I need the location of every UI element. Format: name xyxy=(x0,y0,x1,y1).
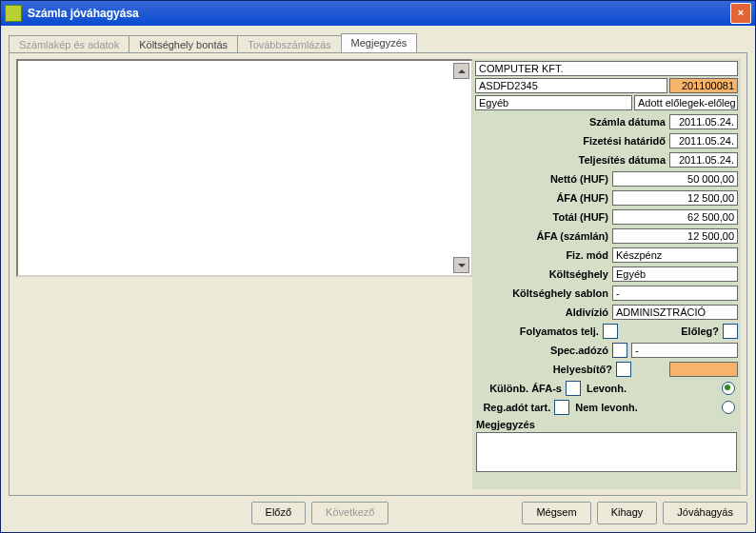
jovahagyas-button[interactable]: Jóváhagyás xyxy=(663,502,747,524)
lbl-folyamatos: Folyamatos telj. xyxy=(472,326,603,337)
tab-panel: COMPUTER KFT. ASDFD2345 201100081 Egyéb … xyxy=(9,52,747,496)
lbl-total: Totál (HUF) xyxy=(472,211,612,223)
val-teljesites-datuma: 2011.05.24. xyxy=(669,152,738,168)
val-afa: 12 500,00 xyxy=(612,190,738,206)
ref-field: ASDFD2345 xyxy=(475,78,667,93)
val-fiz-mod: Készpénz xyxy=(612,247,738,263)
lbl-fiz-mod: Fiz. mód xyxy=(472,249,612,261)
val-koltseghely: Egyéb xyxy=(612,266,738,282)
lbl-levonh: Levonh. xyxy=(581,383,632,394)
lbl-helyesbito: Helyesbítő? xyxy=(472,364,616,375)
lbl-aldivizio: Aldivízió xyxy=(472,306,612,318)
tab-megjegyzes[interactable]: Megjegyzés xyxy=(341,33,418,52)
chk-spec-adozo[interactable] xyxy=(612,343,627,358)
elozo-button[interactable]: Előző xyxy=(251,502,307,524)
kihagy-button[interactable]: Kihagy xyxy=(597,502,658,524)
lbl-teljesites-datuma: Teljesítés dátuma xyxy=(472,154,669,166)
val-szamla-datuma: 2011.05.24. xyxy=(669,114,738,129)
tab-szamlakep[interactable]: Számlakép és adatok xyxy=(9,35,129,53)
lbl-spec-adozo: Spec.adózó xyxy=(472,345,612,356)
val-total: 62 500,00 xyxy=(612,209,738,225)
lbl-afa: ÁFA (HUF) xyxy=(472,192,612,204)
val-helyesbito xyxy=(669,362,738,377)
footer-bar: Előző Következő Mégsem Kihagy Jóváhagyás xyxy=(9,502,747,524)
tab-koltseghely[interactable]: Költséghely bontás xyxy=(129,35,238,53)
lbl-kulonb-afa: Különb. ÁFA-s xyxy=(472,383,566,394)
radio-levonh[interactable] xyxy=(722,382,735,395)
val-fizetesi-hatarido: 2011.05.24. xyxy=(669,133,738,148)
lbl-nem-levonh: Nem levonh. xyxy=(569,402,643,413)
close-icon[interactable]: × xyxy=(730,3,751,24)
chk-kulonb-afa[interactable] xyxy=(566,381,581,396)
scroll-up-icon[interactable] xyxy=(453,63,469,79)
window-title: Számla jóváhagyása xyxy=(28,7,730,20)
note-field: Adott előlegek-előleg be xyxy=(634,95,738,110)
tab-tovabbszamlazas[interactable]: Továbbszámlázás xyxy=(237,35,341,53)
company-field: COMPUTER KFT. xyxy=(475,61,738,76)
title-bar: Számla jóváhagyása × xyxy=(1,1,755,26)
lbl-koltseghely: Költséghely xyxy=(472,268,612,280)
tab-strip: Számlakép és adatok Költséghely bontás T… xyxy=(9,31,753,52)
category-field: Egyéb xyxy=(475,95,632,110)
chk-helyesbito[interactable] xyxy=(616,362,631,377)
lbl-koltseghely-sablon: Költséghely sablon xyxy=(472,287,612,299)
dialog-window: Számla jóváhagyása × Számlakép és adatok… xyxy=(0,0,756,533)
val-afa-szamlan: 12 500,00 xyxy=(612,228,738,244)
details-panel: COMPUTER KFT. ASDFD2345 201100081 Egyéb … xyxy=(472,59,741,489)
lbl-szamla-datuma: Számla dátuma xyxy=(472,116,669,128)
chk-folyamatos[interactable] xyxy=(603,324,618,339)
val-netto: 50 000,00 xyxy=(612,171,738,187)
scroll-down-icon[interactable] xyxy=(453,257,469,273)
code-field: 201100081 xyxy=(669,78,738,93)
lbl-eloleg: Előleg? xyxy=(681,326,723,337)
megjegyzes-textarea[interactable] xyxy=(476,432,737,472)
kovetkezo-button[interactable]: Következő xyxy=(311,502,388,524)
notes-textarea[interactable] xyxy=(16,59,473,277)
lbl-netto: Nettó (HUF) xyxy=(472,173,612,185)
lbl-fizetesi-hatarido: Fizetési határidő xyxy=(472,135,669,147)
chk-eloleg[interactable] xyxy=(723,324,738,339)
chk-reg-adot[interactable] xyxy=(554,400,569,415)
val-koltseghely-sablon: - xyxy=(612,286,738,301)
val-spec-adozo: - xyxy=(631,343,738,358)
val-aldivizio: ADMINISZTRÁCIÓ xyxy=(612,305,738,320)
lbl-reg-adot: Reg.adót tart. xyxy=(472,402,554,413)
lbl-megjegyzes: Megjegyzés xyxy=(472,417,741,432)
lbl-afa-szamlan: ÁFA (számlán) xyxy=(472,230,612,242)
megsem-button[interactable]: Mégsem xyxy=(522,502,590,524)
radio-nem-levonh[interactable] xyxy=(722,401,735,414)
app-icon xyxy=(5,5,22,22)
